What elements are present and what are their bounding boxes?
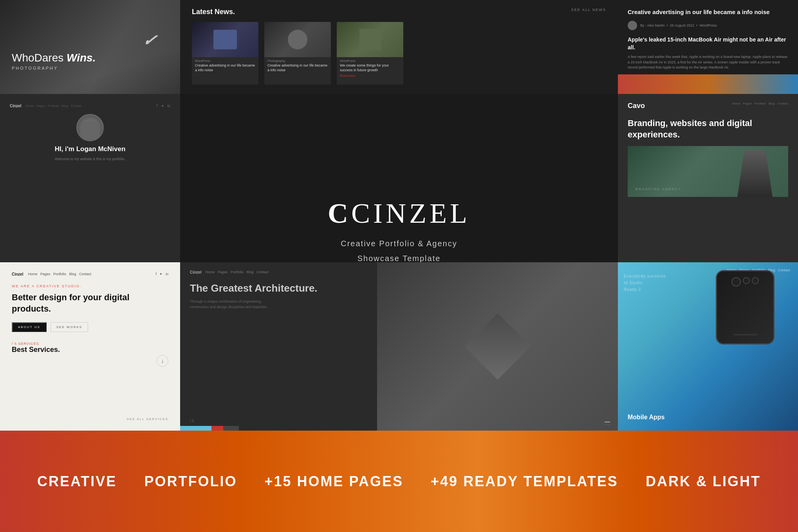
news-card-3-tag: WordPress — [337, 57, 403, 63]
brand-logo: CCINZEL — [328, 197, 470, 230]
panel-profile-portfolio: Cinzel Home Pages Portfolio Blog Contact… — [0, 94, 180, 262]
footer-stats-bar: CREATIVE PORTFOLIO +15 HOME PAGES +49 Re… — [0, 431, 798, 532]
news-cards-list: WordPress Creative advertising in our li… — [192, 22, 606, 85]
main-grid: WhoDares Wins. PHOTOGRAPHY ✓ Latest News… — [0, 0, 798, 431]
footer-item-portfolio: PORTFOLIO — [144, 473, 237, 490]
about-us-button[interactable]: ABOUT US — [12, 322, 47, 332]
panel-latest-news: Latest News. SEE ALL NEWS WordPress Crea… — [180, 0, 618, 94]
overlay-text-3: Ready 2 — [624, 287, 666, 292]
phone-home-indicator — [733, 334, 757, 335]
see-all-services-link[interactable]: SEE ALL SERVICES — [127, 417, 168, 421]
author-avatar — [628, 21, 637, 30]
news-card-3[interactable]: WordPress We create some things for your… — [337, 22, 403, 85]
branding-label: BRANDING AGENCY — [636, 187, 682, 191]
architecture-slide-number: / 3 — [190, 419, 194, 423]
camera-lens-third — [752, 277, 759, 284]
branding-showcase-image: BRANDING AGENCY — [628, 146, 788, 197]
profile-name-heading: HI, i'm Logan McNiven — [55, 145, 126, 153]
news-card-1-tag: WordPress — [192, 57, 258, 63]
mobile-apps-background: Home Pages Portfolio Blog Contact Everyb… — [618, 262, 798, 431]
footer-item-ready-templates: +49 Ready Templates — [431, 473, 618, 490]
camera-lens-main — [731, 277, 741, 287]
architecture-background-image — [377, 262, 618, 431]
footer-ready-templates-label: +49 Ready Templates — [431, 473, 618, 490]
news-card-2-title: Creative advertising in our life became … — [264, 63, 331, 72]
services-count-label: / 5 SERVICES — [12, 342, 168, 346]
hero-sub: PHOTOGRAPHY — [12, 66, 96, 70]
branding-hero-heading: Branding, websites and digital experienc… — [628, 118, 788, 140]
news-card-3-image — [337, 22, 403, 57]
studio-nav-bar: Cinzel Home Pages Portfolio Blog Contact… — [12, 272, 168, 276]
footer-item-creative: CREATIVE — [37, 473, 117, 490]
footer-item-dark-light: DARK & LIGHT — [646, 473, 761, 490]
swatch-dark — [223, 426, 239, 431]
studio-logo: Cinzel — [12, 272, 23, 276]
panel-blog-article: Creative advertising in our life became … — [618, 0, 798, 94]
mobile-apps-label: Mobile Apps — [628, 414, 665, 421]
overlay-text-2: Id Studio — [624, 281, 666, 285]
slider-dot-1[interactable] — [605, 422, 610, 422]
panel-architecture: Cinzel Home Pages Portfolio Blog Contact… — [180, 262, 618, 431]
photography-hero-text: WhoDares Wins. PHOTOGRAPHY — [12, 52, 96, 70]
architecture-slider-controls — [605, 422, 610, 425]
panel-photography-hero: WhoDares Wins. PHOTOGRAPHY ✓ — [0, 0, 180, 94]
arch-logo: Cinzel — [190, 270, 201, 274]
author-info-row: By : Alex Martin • 26 August 2021 • Word… — [628, 21, 788, 30]
services-section-title: Best Services. — [12, 346, 168, 354]
profile-nav-bar: Cinzel Home Pages Portfolio Blog Contact… — [10, 104, 170, 108]
profile-hero-section: HI, i'm Logan McNiven Welcome to my webs… — [10, 114, 170, 161]
panel-mobile-apps: Home Pages Portfolio Blog Contact Everyb… — [618, 262, 798, 431]
author-details: By : Alex Martin • 26 August 2021 • Word… — [640, 23, 717, 27]
profile-logo: Cinzel — [10, 104, 21, 108]
news-card-1-image — [192, 22, 258, 57]
brand-tagline-1: Creative Portfolio & Agency — [341, 238, 457, 249]
article-color-decoration — [618, 74, 798, 94]
cavo-logo: Cavo — [628, 102, 645, 110]
cavo-nav-bar: Cavo Home Pages Portfolio Blog Contact — [628, 102, 788, 110]
profile-description: Welcome to my website & this is my portf… — [55, 157, 125, 161]
architecture-description: Through a unique combination of engineer… — [190, 299, 268, 310]
news-section-title: Latest News. — [192, 8, 606, 16]
overlay-text-1: Everybody sunshine — [624, 274, 666, 278]
studio-hero-heading: Better design for your digital products. — [12, 292, 168, 314]
see-all-news-link[interactable]: SEE ALL NEWS — [571, 8, 606, 12]
slider-dot-2[interactable] — [605, 424, 610, 425]
swatch-red — [211, 426, 223, 431]
news-card-1[interactable]: WordPress Creative advertising in our li… — [192, 22, 258, 85]
news-card-2-tag: Photography — [264, 57, 331, 63]
footer-item-home-pages: +15 HOME PAGES — [265, 473, 403, 490]
news-card-3-read-more[interactable]: Read More — [337, 72, 403, 79]
studio-cta-buttons: ABOUT US SEE WORKS — [12, 322, 168, 332]
phone-camera-area — [731, 277, 759, 287]
hero-heading: WhoDares Wins. — [12, 52, 96, 64]
color-swatches-bar — [180, 426, 239, 431]
panel-creative-studio: Cinzel Home Pages Portfolio Blog Contact… — [0, 262, 180, 431]
profile-avatar-image — [76, 114, 104, 141]
studio-tagline: WE ARE A CREATIVE STUDIO. — [12, 284, 168, 288]
phone-device-mockup — [716, 270, 775, 344]
news-card-3-title: We create some things for your success i… — [337, 63, 403, 72]
swatch-blue — [180, 426, 211, 431]
news-card-2[interactable]: Photography Creative advertising in our … — [264, 22, 331, 85]
footer-portfolio-label: PORTFOLIO — [144, 473, 237, 490]
footer-creative-label: CREATIVE — [37, 473, 117, 490]
see-works-button[interactable]: SEE WORKS — [51, 322, 88, 332]
news-card-2-image — [264, 22, 331, 57]
news-card-1-title: Creative advertising in our life became … — [192, 63, 258, 72]
article-body: A few report said earlier this week that… — [628, 54, 788, 70]
camera-lens-secondary — [743, 277, 750, 284]
article-subtitle: Apple's leaked 15-inch MacBook Air might… — [628, 36, 788, 51]
article-title: Creative advertising in our life became … — [628, 8, 788, 16]
social-icons: f ✦ in — [157, 104, 170, 108]
footer-home-pages-label: +15 HOME PAGES — [265, 473, 403, 490]
studio-social: f ✦ in — [155, 272, 168, 276]
overlay-text-group: Everybody sunshine Id Studio Ready 2 — [624, 274, 666, 292]
scroll-down-arrow-icon[interactable]: ↓ — [157, 355, 168, 367]
footer-dark-light-label: DARK & LIGHT — [646, 473, 761, 490]
panel-cavo-branding: Cavo Home Pages Portfolio Blog Contact B… — [618, 94, 798, 262]
